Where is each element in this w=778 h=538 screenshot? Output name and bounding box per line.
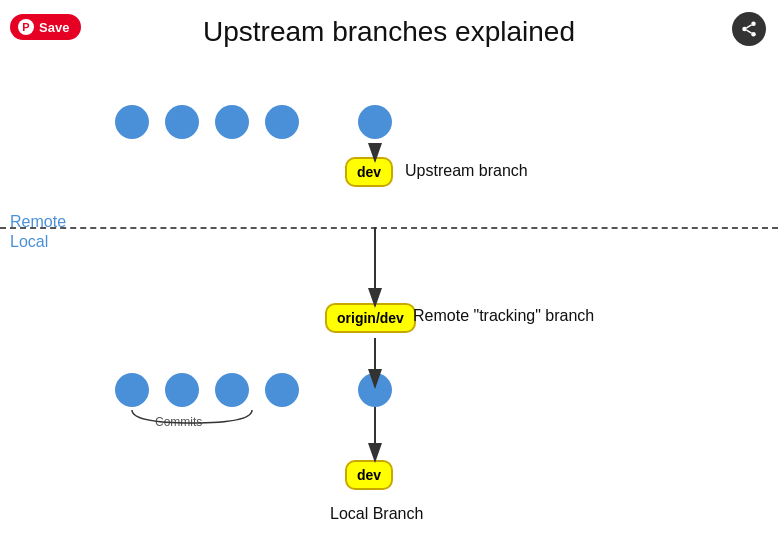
local-commit-circle-1 — [115, 373, 149, 407]
svg-point-1 — [742, 27, 747, 32]
commits-label: Commits — [155, 415, 202, 429]
svg-point-0 — [751, 22, 756, 27]
remote-commit-circle-3 — [215, 105, 249, 139]
svg-line-3 — [746, 30, 751, 33]
svg-line-4 — [746, 25, 751, 28]
remote-commit-circle-4 — [265, 105, 299, 139]
dev-upstream-box: dev — [345, 157, 393, 187]
origin-dev-box: origin/dev — [325, 303, 416, 333]
save-button[interactable]: P Save — [10, 14, 81, 40]
dev-local-box: dev — [345, 460, 393, 490]
diagram: Remote Local dev Upstream branch origin/… — [0, 65, 778, 538]
share-icon — [740, 20, 758, 38]
local-commit-circle-2 — [165, 373, 199, 407]
remote-local-divider — [0, 227, 778, 229]
save-label: Save — [39, 20, 69, 35]
local-label: Local — [10, 233, 48, 251]
remote-commit-circle-2 — [165, 105, 199, 139]
upstream-branch-label: Upstream branch — [405, 162, 528, 180]
local-commit-circle-3 — [215, 373, 249, 407]
local-branch-label: Local Branch — [330, 505, 423, 523]
local-commit-circle-4 — [265, 373, 299, 407]
page-title: Upstream branches explained — [0, 16, 778, 48]
svg-point-2 — [751, 32, 756, 37]
remote-commit-circle-1 — [115, 105, 149, 139]
pinterest-icon: P — [18, 19, 34, 35]
local-commit-circle-head — [358, 373, 392, 407]
tracking-branch-label: Remote "tracking" branch — [413, 307, 594, 325]
share-button[interactable] — [732, 12, 766, 46]
remote-commit-circle-5 — [358, 105, 392, 139]
